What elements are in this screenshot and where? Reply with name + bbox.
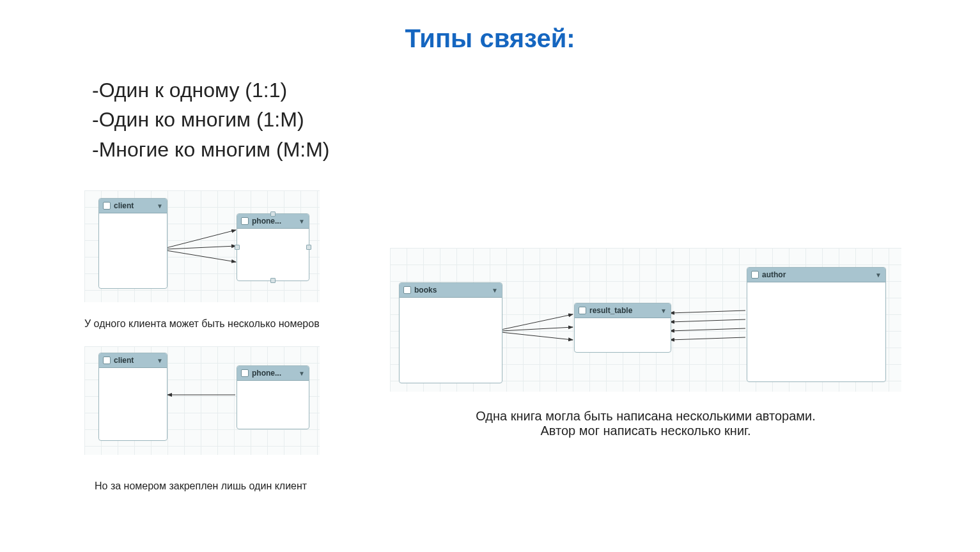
table-result-label: result_table [589,306,632,315]
diagram-2-caption: Но за номером закреплен лишь один клиент [95,480,363,492]
table-icon [579,307,586,314]
chevron-down-icon: ▼ [157,203,163,210]
table-client-label: client [114,356,134,365]
table-books: books ▼ [399,282,502,383]
svg-line-1 [166,246,236,249]
table-icon [403,286,411,294]
svg-line-7 [670,310,745,313]
diagram-1-to-1: client ▼ phone... ▼ [84,346,320,455]
svg-line-4 [501,314,573,330]
diagram-1-caption: У одного клиента может быть несколько но… [84,318,340,330]
table-result: result_table ▼ [574,303,671,353]
svg-line-0 [166,230,236,248]
table-phone: phone... ▼ [237,213,309,281]
chevron-down-icon: ▼ [875,272,882,279]
slide-title: Типы связей: [0,24,980,53]
table-author: author ▼ [747,267,886,382]
slide: Типы связей: -Один к одному (1:1) -Один … [0,0,980,552]
svg-line-2 [166,250,236,262]
table-client-label: client [114,201,134,210]
table-author-label: author [762,270,786,279]
table-phone-label: phone... [252,217,281,226]
diagram-1-to-many: client ▼ phone... ▼ [84,190,320,302]
diagram-3-caption: Одна книга могла быть написана нескольки… [390,409,901,438]
table-phone-label: phone... [252,369,281,378]
table-icon [103,202,111,210]
bullet-3: -Многие ко многим (М:М) [92,135,329,164]
diagram-many-to-many: books ▼ result_table ▼ author [390,248,901,392]
svg-line-8 [670,319,745,322]
chevron-down-icon: ▼ [660,307,667,314]
table-icon [103,356,111,364]
chevron-down-icon: ▼ [157,357,163,364]
svg-line-10 [670,337,745,340]
table-icon [241,369,249,377]
chevron-down-icon: ▼ [299,218,305,225]
bullet-list: -Один к одному (1:1) -Один ко многим (1:… [92,75,329,164]
bullet-2: -Один ко многим (1:М) [92,105,329,134]
table-icon [241,217,249,225]
table-client: client ▼ [98,198,167,289]
chevron-down-icon: ▼ [299,370,305,377]
svg-line-6 [501,332,573,340]
table-books-label: books [414,286,437,295]
bullet-1: -Один к одному (1:1) [92,75,329,105]
table-phone: phone... ▼ [237,365,309,429]
diagram-3-caption-line2: Автор мог написать несколько книг. [390,424,901,438]
diagram-3-caption-line1: Одна книга могла быть написана нескольки… [390,409,901,424]
svg-line-5 [501,327,573,331]
chevron-down-icon: ▼ [492,287,498,294]
table-client: client ▼ [98,353,167,441]
table-icon [751,271,759,279]
svg-line-9 [670,328,745,331]
